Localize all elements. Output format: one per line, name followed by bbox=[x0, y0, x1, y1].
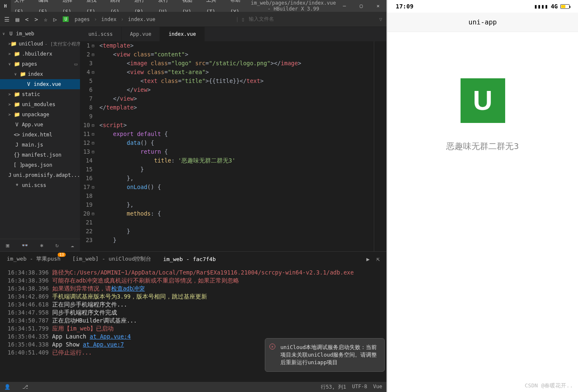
window-title: im_web/pages/index/index.vue - HBuilder … bbox=[251, 0, 336, 12]
tree-item[interactable]: {}manifest.json bbox=[0, 150, 80, 160]
star-icon[interactable]: ☆ bbox=[44, 16, 47, 23]
tree-item[interactable]: [ ]pages.json bbox=[0, 160, 80, 170]
tree-label: uni.scss bbox=[22, 182, 46, 188]
tree-item[interactable]: Juni.promisify.adapt... bbox=[0, 170, 80, 180]
tree-item[interactable]: >📁unpackage bbox=[0, 109, 80, 120]
phone-preview: 17:09 ▮▮▮▮ 4G uni-app U 恶趣味无群二群无3 CSDN @… bbox=[386, 0, 578, 392]
tree-label: uni_modules bbox=[22, 101, 55, 107]
editor-tab[interactable]: App.vue bbox=[122, 27, 160, 41]
tree-root-label: im_web bbox=[16, 31, 34, 37]
file-icon: {} bbox=[13, 152, 20, 158]
file-icon: 📁 bbox=[11, 41, 17, 47]
file-icon: 📁 bbox=[13, 112, 20, 117]
watermark: CSDN @春暖花开.. bbox=[525, 382, 573, 389]
tree-item[interactable]: Jmain.js bbox=[0, 140, 80, 150]
editor-tabs: uni.scssApp.vueindex.vue bbox=[80, 27, 386, 41]
phone-logo: U bbox=[461, 78, 505, 123]
ide-window: H 文件(F)编辑(E)选择(S)查找(I)跳转(G)运行(R)发行(U)视图(… bbox=[0, 0, 386, 392]
file-icon: ᵠ bbox=[13, 182, 20, 188]
tree-item[interactable]: <>index.html bbox=[0, 130, 80, 140]
settings-icon[interactable]: ✱ bbox=[40, 242, 43, 248]
minimap[interactable] bbox=[374, 41, 386, 251]
back-icon[interactable]: < bbox=[25, 16, 28, 23]
search-placeholder[interactable]: 输入文件名 bbox=[249, 16, 274, 23]
code-editor[interactable]: 1⊟2⊟3 4⊟5 6 7 8 9 10⊟11⊟12⊟13⊟14 15 16 1… bbox=[80, 41, 386, 251]
app-icon: U bbox=[63, 16, 69, 22]
toolbar: ☰ ▤ < > ☆ ▷ U pages › index › index.vue … bbox=[0, 12, 386, 27]
status-git-icon[interactable]: ⎇ bbox=[22, 384, 28, 390]
phone-content: U 恶趣味无群二群无3 bbox=[387, 32, 578, 392]
console-tab[interactable]: im_web - 苹果push13 bbox=[7, 255, 61, 263]
phone-time: 17:09 bbox=[396, 3, 413, 10]
console-tab[interactable]: [im_web] - uniCloud控制台 bbox=[72, 255, 152, 263]
tree-item[interactable]: ᵠuni.scss bbox=[0, 180, 80, 190]
tree-item[interactable]: >📁uniCloud- [支付宝小程序 bbox=[0, 39, 80, 49]
log-link[interactable]: 检查adb冲突 bbox=[111, 285, 145, 292]
breadcrumb-segment[interactable]: index bbox=[101, 16, 117, 22]
forward-icon[interactable]: > bbox=[35, 16, 38, 23]
tree-label: index.vue bbox=[34, 81, 61, 87]
file-icon: V bbox=[25, 81, 32, 87]
tree-item[interactable]: >📁uni_modules bbox=[0, 99, 80, 109]
status-item[interactable]: UTF-8 bbox=[352, 384, 367, 391]
file-icon: <> bbox=[13, 132, 20, 138]
console-body[interactable]: 16:34:38.396 路径为C:/Users/ADMINI~1/AppDat… bbox=[0, 266, 386, 382]
tree-label: static bbox=[22, 91, 40, 97]
tree-item[interactable]: VApp.vue bbox=[0, 120, 80, 130]
search-icon[interactable]: ⎸▯ bbox=[237, 16, 245, 22]
error-popup: ✕uniCloud本地调试服务启动失败：当前项目未关联uniCloud服务空间。… bbox=[265, 338, 385, 372]
editor-tab[interactable]: uni.scss bbox=[80, 27, 122, 41]
breadcrumb-sep: › bbox=[94, 16, 97, 22]
cloud-icon[interactable]: ☁ bbox=[71, 242, 74, 248]
phone-navbar: uni-app bbox=[387, 13, 578, 32]
file-icon: J bbox=[8, 172, 11, 178]
sidebar: ∨ U im_web >📁uniCloud- [支付宝小程序>📁.hbuilde… bbox=[0, 27, 80, 251]
console-tabs: im_web - 苹果push13[im_web] - uniCloud控制台i… bbox=[0, 252, 386, 266]
tree-label: manifest.json bbox=[22, 152, 61, 158]
tree-item[interactable]: ∨📁pages▭ bbox=[0, 59, 80, 69]
project-icon: U bbox=[8, 31, 14, 37]
log-link[interactable]: at App.vue:7 bbox=[83, 341, 124, 348]
new-file-icon[interactable]: ▤ bbox=[16, 16, 19, 23]
badge: 13 bbox=[58, 253, 66, 257]
tree-item[interactable]: Vindex.vue bbox=[0, 79, 80, 89]
close-icon[interactable]: ✕ bbox=[269, 344, 275, 349]
file-icon: 📁 bbox=[19, 71, 26, 77]
logo-letter: U bbox=[473, 85, 492, 116]
glasses-icon[interactable]: 👓 bbox=[21, 242, 28, 248]
minimize-button[interactable]: — bbox=[336, 0, 353, 12]
status-item[interactable]: Vue bbox=[373, 384, 382, 391]
tree-item[interactable]: >📁.hbuilderx bbox=[0, 49, 80, 59]
tree-label: index bbox=[28, 71, 43, 77]
explorer-icon[interactable]: ☰ bbox=[4, 16, 10, 23]
editor-tab[interactable]: index.vue bbox=[160, 27, 205, 41]
close-button[interactable]: ✕ bbox=[370, 0, 386, 12]
popup-text: uniCloud本地调试服务启动失败：当前项目未关联uniCloud服务空间。请… bbox=[280, 344, 377, 365]
tree-item[interactable]: ∨📁index bbox=[0, 69, 80, 79]
code-content[interactable]: <template> <view class="content"> <image… bbox=[98, 41, 374, 251]
log-link[interactable]: at App.vue:4 bbox=[90, 333, 131, 340]
editor-area: uni.scssApp.vueindex.vue 1⊟2⊟3 4⊟5 6 7 8… bbox=[80, 27, 386, 251]
tree-label: pages.json bbox=[22, 162, 52, 168]
status-item[interactable]: 行53, 列1 bbox=[321, 384, 346, 391]
breadcrumb-segment[interactable]: pages bbox=[75, 16, 90, 22]
file-icon: 📁 bbox=[13, 101, 20, 107]
status-user-icon[interactable]: 👤 bbox=[4, 384, 11, 390]
search-area: ⎸▯ 输入文件名 ▽ bbox=[237, 16, 382, 23]
terminal-icon[interactable]: ▣ bbox=[6, 242, 9, 248]
titlebar: H 文件(F)编辑(E)选择(S)查找(I)跳转(G)运行(R)发行(U)视图(… bbox=[0, 0, 386, 12]
log-line: 16:34:46.618 正在同步手机端程序文件... bbox=[8, 301, 379, 309]
sync-icon[interactable]: ↻ bbox=[56, 242, 59, 248]
play-icon[interactable]: ▶ bbox=[366, 256, 370, 262]
tree-root[interactable]: ∨ U im_web bbox=[0, 29, 80, 39]
run-icon[interactable]: ▷ bbox=[53, 16, 57, 23]
maximize-button[interactable]: ▢ bbox=[353, 0, 370, 12]
gutter: 1⊟2⊟3 4⊟5 6 7 8 9 10⊟11⊟12⊟13⊟14 15 16 1… bbox=[80, 41, 98, 251]
tree-item[interactable]: >📁static bbox=[0, 89, 80, 99]
sidebar-bottom: ▣ 👓 ✱ ↻ ☁ bbox=[0, 239, 80, 251]
console-tab[interactable]: im_web - fac7f4b bbox=[163, 256, 216, 262]
filter-icon[interactable]: ▽ bbox=[379, 16, 382, 22]
breadcrumb-segment[interactable]: index.vue bbox=[128, 16, 155, 22]
export-icon[interactable]: ⇱ bbox=[376, 256, 380, 262]
tree-label: index.html bbox=[22, 132, 52, 138]
